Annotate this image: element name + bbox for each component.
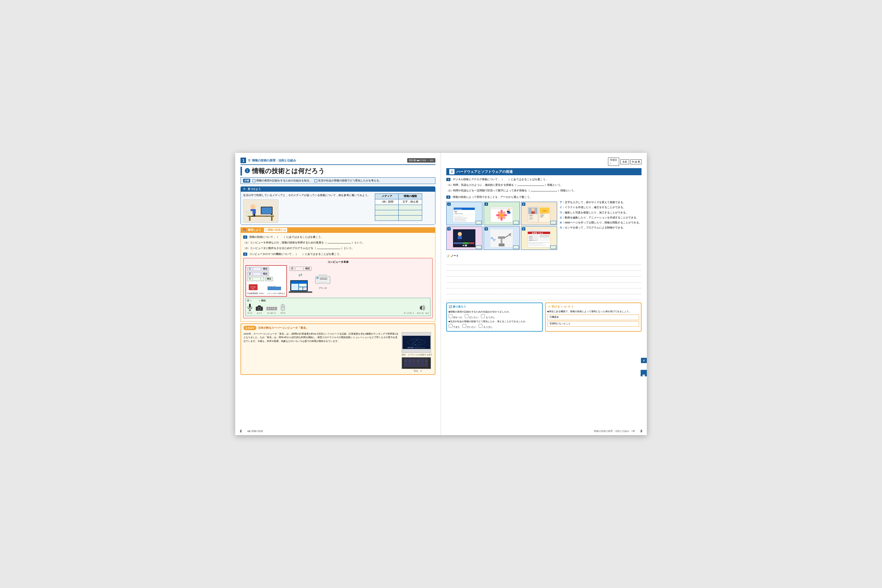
svg-rect-75	[416, 358, 420, 367]
furikaero-item2: ■生活や社会が情報の技術でどう変化したか，考えることができましたか。	[448, 320, 540, 324]
table-input-2b[interactable]	[399, 210, 422, 216]
svg-rect-152	[540, 238, 549, 239]
note-line-4[interactable]	[446, 277, 642, 282]
image-2-answer[interactable]	[513, 221, 519, 224]
furikaero-checks1: 分かった だいたい もう少し	[448, 314, 540, 320]
svg-rect-133	[466, 244, 467, 246]
check-mousukoshi1[interactable]: もう少し	[481, 314, 495, 320]
note-line-5[interactable]	[446, 282, 642, 288]
option-a: ア：文字を入力して，形やサイズを変えて装飾できる。	[560, 200, 642, 205]
chapter-number: 1	[240, 158, 246, 163]
seiri-section-title: 1 情報の技術とは	[264, 228, 287, 232]
check-daitai2[interactable]: だいたい	[462, 324, 476, 329]
svg-rect-7	[261, 214, 271, 216]
image-5-answer[interactable]	[513, 246, 519, 249]
mitsukeyou-section: 🔍 見つけよう 生活の中で利用しているメディアと，そのメディアが扱っている情報に…	[240, 186, 435, 225]
svg-point-81	[418, 361, 418, 362]
page-left: 1 章 情報の技術の原理・法則と仕組み 教科書 ■■ P.200 ～ 201 ❶…	[235, 153, 441, 435]
svg-rect-59	[420, 307, 422, 309]
goal-checkbox-2[interactable]	[314, 179, 317, 182]
svg-text:体育祭: 体育祭	[529, 236, 532, 237]
svg-rect-21	[269, 286, 270, 286]
svg-rect-74	[412, 358, 416, 367]
q1a-blank[interactable]	[327, 240, 351, 243]
image-1-answer[interactable]	[476, 221, 482, 224]
page-num-left: 2	[240, 429, 242, 433]
mem-label: メインメモリ SSDなど	[267, 292, 285, 295]
svg-rect-92	[454, 219, 465, 220]
table-input-2a[interactable]	[375, 210, 399, 216]
right-q1b-blank[interactable]	[531, 188, 557, 191]
svg-text:体育祭: 体育祭	[529, 214, 533, 216]
check-dekita[interactable]: できた	[448, 324, 460, 329]
svg-rect-91	[454, 218, 468, 219]
svg-rect-23	[273, 286, 274, 286]
svg-rect-130	[469, 242, 474, 244]
q2-num: 2	[243, 252, 247, 256]
svg-rect-55	[274, 309, 277, 310]
q1-header: 1 情報の技術について，（ ）にあてはまることばを書こう。	[243, 235, 433, 239]
table-input-3a[interactable]	[375, 216, 399, 221]
q1b-blank[interactable]	[317, 246, 340, 249]
image-item-2: 2	[484, 202, 520, 225]
svg-point-78	[405, 361, 406, 362]
goal-checkbox-1[interactable]	[252, 179, 255, 182]
section2-header: 2 ハードウェアとソフトウェアの発達	[446, 168, 642, 175]
func2-box: ②（ ）機能	[247, 272, 269, 276]
naruhodo-body: 2020年，スーパーコンピュータ「富岳」は，1秒間の計算速度が約44.2京回とい…	[243, 332, 399, 372]
svg-text:体育祭: 体育祭	[540, 214, 544, 216]
furikaero-content: ■情報の表現や記録をするための仕組みが分かりましたか。 分かった だいたい もう…	[448, 310, 540, 329]
svg-rect-51	[273, 307, 274, 308]
svg-rect-32	[289, 291, 312, 293]
note-line-1[interactable]	[446, 259, 642, 265]
svg-rect-132	[465, 244, 466, 246]
svg-text:開催！: 開催！	[540, 216, 544, 218]
func5-box: ⑤（ ）機能	[290, 267, 311, 271]
svg-rect-153	[540, 240, 549, 240]
check-mousukoshi2[interactable]: もう少し	[478, 324, 492, 329]
fugaku-photo	[402, 357, 431, 369]
svg-rect-1	[249, 217, 250, 221]
right-q1a: （1）時間，気温などのように，連続的に変化する情報を（ ）情報という。	[446, 182, 642, 187]
image-4-answer[interactable]	[476, 246, 482, 249]
svg-text:体育祭: 体育祭	[542, 210, 547, 212]
svg-text:Title: Title	[454, 211, 457, 213]
image-6-answer[interactable]	[550, 246, 556, 249]
svg-point-99	[496, 214, 500, 216]
svg-rect-126	[459, 239, 461, 242]
svg-rect-6	[265, 216, 269, 217]
q1b-end: ）という。	[341, 247, 354, 250]
table-input-1a[interactable]	[375, 205, 399, 210]
right-q1-text: デジタル情報とアナログ情報について，（ ）にあてはまることばを書こう。	[453, 178, 548, 182]
printer-label: プリンタ	[319, 286, 327, 290]
svg-point-123	[458, 232, 462, 236]
note-line-6[interactable]	[446, 288, 642, 294]
mitsukeyou-title: 見つけよう	[248, 187, 261, 191]
table-input-3b[interactable]	[399, 216, 422, 221]
svg-point-100	[503, 214, 507, 216]
svg-point-69	[415, 344, 416, 345]
check-daitai1[interactable]: だいたい	[465, 314, 478, 320]
note-line-7[interactable]	[446, 294, 642, 300]
furikaero-item1: ■情報の表現や記録をするための仕組みが分かりましたか。	[448, 310, 540, 314]
right-q1a-blank[interactable]	[518, 182, 544, 186]
check-wakatta[interactable]: 分かった	[448, 314, 462, 320]
svg-point-8	[250, 204, 255, 209]
note-line-2[interactable]	[446, 265, 642, 271]
naruhodo-pill: なるほど	[243, 326, 256, 330]
bottom-label-left: 4編 情報の技術	[247, 429, 263, 433]
naruhodo-inner: 2020年，スーパーコンピュータ「富岳」は，1秒間の計算速度が約44.2京回とい…	[243, 332, 432, 372]
page-num-right: 3	[640, 429, 642, 433]
svg-text:A ■ ■ ■ ■ ■: A ■ ■ ■ ■ ■	[454, 208, 462, 210]
svg-rect-77	[424, 358, 428, 367]
table-input-1b[interactable]	[399, 205, 422, 210]
svg-text:体育祭スポーツ: 体育祭スポーツ	[529, 240, 537, 241]
svg-point-45	[258, 308, 260, 310]
svg-rect-156	[528, 245, 546, 246]
svg-rect-22	[271, 286, 272, 286]
fugaku-image: 飛沫拡散シミュレーション	[402, 332, 431, 353]
svg-point-110	[531, 208, 535, 212]
image-3-answer[interactable]	[550, 221, 556, 224]
col-media: メディア	[375, 194, 399, 200]
note-line-3[interactable]	[446, 271, 642, 277]
